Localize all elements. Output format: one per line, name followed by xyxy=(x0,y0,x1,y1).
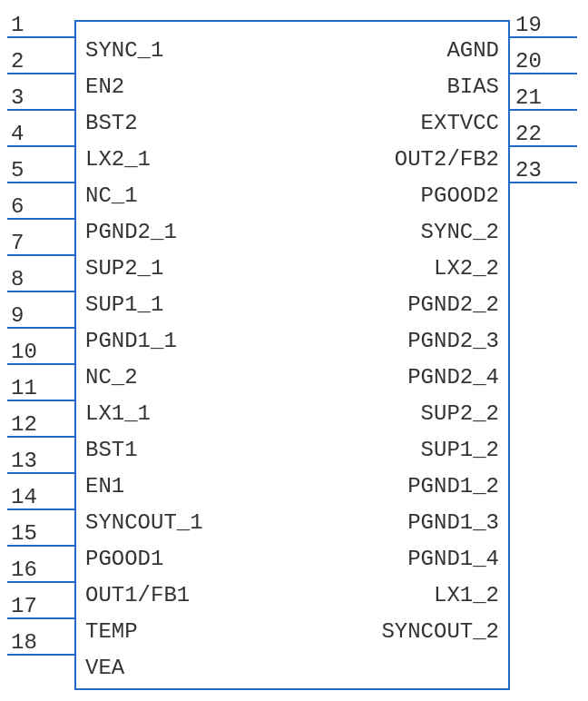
pin-label-left: SUP2_1 xyxy=(85,256,163,281)
pin-number: 2 xyxy=(11,49,24,74)
pin-label-right: EXTVCC xyxy=(421,111,499,135)
pin-label-right: SUP1_2 xyxy=(421,438,499,462)
pin-label-left: BST1 xyxy=(85,438,138,462)
pin-label-right: LX1_2 xyxy=(434,583,499,607)
pin-number: 16 xyxy=(11,558,37,582)
pin-number: 21 xyxy=(515,85,542,110)
pin-label-left: BST2 xyxy=(85,111,138,135)
pin-number: 23 xyxy=(515,158,542,183)
pin-number: 6 xyxy=(11,194,24,219)
pin-label-left: PGOOD1 xyxy=(85,547,163,571)
pin-number: 3 xyxy=(11,85,24,110)
pin-label-left: LX1_1 xyxy=(85,401,151,426)
pin-label-right: AGND xyxy=(446,38,499,63)
pin-label-right: PGOOD2 xyxy=(421,183,499,208)
pin-number: 10 xyxy=(11,340,37,364)
pin-number: 7 xyxy=(11,231,24,255)
pin-label-left: TEMP xyxy=(85,619,138,644)
pin-number: 11 xyxy=(11,376,37,400)
pin-number: 20 xyxy=(515,49,542,74)
pin-number: 1 xyxy=(11,13,24,37)
pin-label-left: NC_2 xyxy=(85,365,138,390)
pin-label-right: SUP2_2 xyxy=(421,401,499,426)
pin-number: 18 xyxy=(11,630,37,655)
pin-number: 5 xyxy=(11,158,24,183)
pin-label-right: SYNC_2 xyxy=(421,220,499,244)
pin-number: 22 xyxy=(515,122,542,146)
pin-number: 17 xyxy=(11,594,37,618)
pin-label-left: SYNCOUT_1 xyxy=(85,510,203,535)
pin-label-left: PGND1_1 xyxy=(85,329,177,353)
ic-pinout-diagram: { "chip": { "bodyLeft": 82, "bodyRight":… xyxy=(0,0,588,701)
pin-number: 15 xyxy=(11,521,37,546)
pin-label-right: PGND1_4 xyxy=(407,547,499,571)
pin-number: 8 xyxy=(11,267,24,291)
pin-number: 4 xyxy=(11,122,24,146)
pin-number: 12 xyxy=(11,412,37,437)
pin-label-left: NC_1 xyxy=(85,183,138,208)
pin-number: 9 xyxy=(11,303,24,328)
pin-label-right: LX2_2 xyxy=(434,256,499,281)
pin-label-left: PGND2_1 xyxy=(85,220,177,244)
pin-number: 13 xyxy=(11,449,37,473)
pin-label-right: PGND2_4 xyxy=(407,365,499,390)
pin-number: 14 xyxy=(11,485,37,509)
pin-label-left: SYNC_1 xyxy=(85,38,163,63)
pin-label-right: PGND1_3 xyxy=(407,510,499,535)
pin-number: 19 xyxy=(515,13,542,37)
pin-label-right: SYNCOUT_2 xyxy=(381,619,499,644)
pin-label-right: OUT2/FB2 xyxy=(395,147,499,172)
pin-label-right: PGND1_2 xyxy=(407,474,499,499)
pin-label-left: OUT1/FB1 xyxy=(85,583,190,607)
pin-label-left: EN2 xyxy=(85,74,124,99)
pin-label-right: BIAS xyxy=(446,74,499,99)
pin-label-left: SUP1_1 xyxy=(85,292,163,317)
pin-label-right: PGND2_3 xyxy=(407,329,499,353)
pin-label-left: VEA xyxy=(85,656,124,680)
pin-label-right: PGND2_2 xyxy=(407,292,499,317)
pin-label-left: EN1 xyxy=(85,474,124,499)
pin-label-left: LX2_1 xyxy=(85,147,151,172)
